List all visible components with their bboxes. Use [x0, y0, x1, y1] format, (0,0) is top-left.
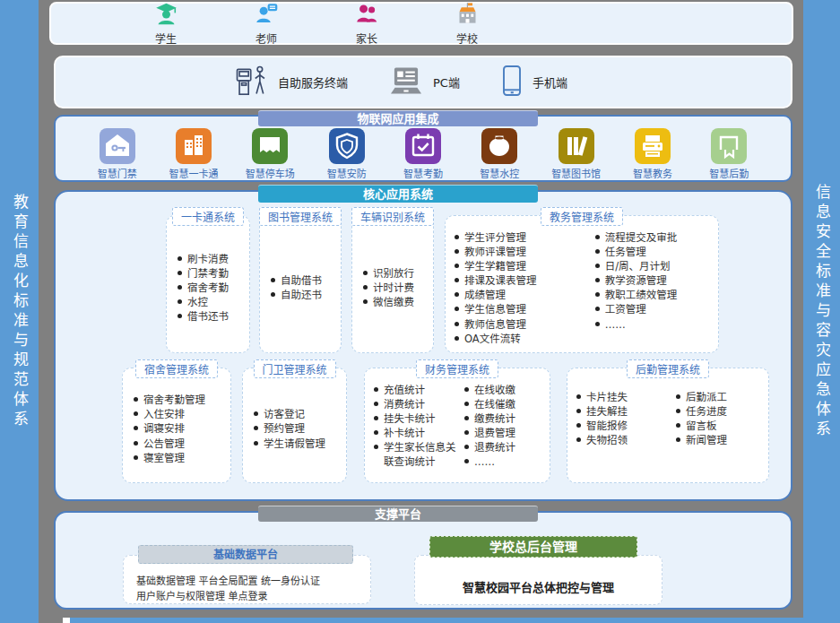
- bullet-dot: [595, 278, 600, 282]
- bullet-dot: [134, 426, 138, 430]
- list-item: 新闻管理: [676, 433, 765, 447]
- list-item-label: 入住安排: [143, 407, 185, 421]
- basic-data-platform-title: 基础数据平台: [138, 545, 353, 564]
- list-item: 学生学籍管理: [455, 259, 595, 273]
- teacher-icon: [255, 2, 279, 30]
- bullet-dot: [455, 336, 459, 341]
- list-item-label: 自助还书: [281, 288, 322, 302]
- student-icon: [154, 2, 178, 30]
- iot-item-label: 智慧图书馆: [551, 166, 601, 180]
- system-items-list: 访客登记预约管理学生请假管理: [243, 368, 346, 482]
- role-school: 学校: [438, 2, 496, 46]
- list-item: 宿舍考勤管理: [134, 393, 225, 407]
- list-item-label: 学生学籍管理: [464, 259, 526, 273]
- bullet-dot: [134, 455, 138, 460]
- list-item: OA文件流转: [455, 332, 595, 346]
- system-box-gatekeeper: 门卫管理系统 访客登记预约管理学生请假管理: [242, 368, 347, 483]
- list-item-label: 宿舍考勤: [187, 281, 229, 295]
- bullet-dot: [676, 394, 680, 399]
- bullet-dot: [464, 402, 469, 406]
- list-item: 学生信息管理: [455, 302, 595, 316]
- list-item: 教学资源管理: [595, 273, 714, 288]
- terminal-label: 自助服务终端: [278, 74, 348, 91]
- security-shield-icon: [329, 128, 365, 164]
- terminals-panel: 自助服务终端 PC端 手机端: [54, 56, 792, 108]
- terminal-mobile: 手机端: [500, 65, 567, 100]
- bullet-dot: [374, 430, 378, 435]
- list-item-label: 预约管理: [264, 421, 305, 436]
- list-item: 公告管理: [134, 437, 225, 451]
- list-item: 学生评分管理: [455, 230, 595, 245]
- system-items-list: 流程提交及审批任务管理日/周、月计划教学资源管理教职工绩效管理工资管理……: [595, 230, 714, 332]
- list-item-label: 挂失解挂: [586, 404, 628, 419]
- bullet-dot: [254, 441, 258, 446]
- iot-item-academic: 智慧教务: [619, 128, 686, 180]
- bullet-dot: [178, 314, 182, 318]
- bullet-dot: [464, 430, 469, 435]
- bullet-dot: [374, 416, 378, 420]
- iot-item-security: 智慧安防: [314, 128, 380, 180]
- list-item-label: 排课及课表管理: [464, 273, 537, 288]
- door-access-icon: [100, 128, 135, 164]
- bullet-dot: [134, 441, 138, 446]
- bullet-dot: [595, 292, 600, 297]
- list-item: 任务管理: [595, 245, 714, 259]
- iot-item-logistics: 智慧后勤: [696, 128, 762, 180]
- list-item-label: 微信缴费: [373, 295, 414, 309]
- role-label: 学生: [155, 30, 177, 46]
- list-item-label: 缴费统计: [474, 411, 515, 426]
- bullet-dot: [464, 459, 469, 463]
- bullet-dot: [134, 411, 138, 416]
- system-box-onecard: 一卡通系统 刷卡消费门禁考勤宿舍考勤水控借书还书: [166, 215, 250, 353]
- list-item: 微信缴费: [363, 295, 428, 309]
- list-item: 学生请假管理: [254, 437, 341, 451]
- bullet-dot: [455, 235, 459, 239]
- list-item: 挂失解挂: [576, 404, 676, 419]
- system-items-list: 后勤派工任务进度留言板新闻管理: [676, 390, 765, 447]
- bullet-dot: [576, 394, 581, 399]
- list-item: 识别放行: [363, 266, 428, 281]
- list-item-label: ……: [605, 317, 626, 332]
- role-label: 学校: [456, 30, 478, 46]
- academic-printer-icon: [635, 128, 671, 164]
- system-box-library: 图书管理系统 自助借书自助还书: [259, 215, 342, 353]
- bullet-dot: [576, 409, 581, 413]
- iot-item-label: 智慧一卡通: [169, 166, 218, 180]
- list-item: 留言板: [676, 419, 765, 433]
- right-standards-sidebar: 信息安全标准与容灾应急体系: [803, 0, 840, 623]
- bullet-dot: [178, 256, 182, 261]
- iot-item-label: 智慧停车场: [246, 166, 295, 180]
- system-items-list: 刷卡消费门禁考勤宿舍考勤水控借书还书: [167, 216, 249, 352]
- list-item: 后勤派工: [676, 390, 765, 404]
- two-column-lists: 卡片挂失挂失解挂智能报修失物招领 后勤派工任务进度留言板新闻管理: [567, 368, 768, 482]
- list-item: 在线收缴: [464, 383, 546, 397]
- two-column-lists: 充值统计消费统计挂失卡统计补卡统计学生家长信息关联查询统计 在线收缴在线催缴缴费…: [365, 368, 550, 482]
- core-systems-panel: 一卡通系统 刷卡消费门禁考勤宿舍考勤水控借书还书 图书管理系统 自助借书自助还书…: [54, 190, 792, 501]
- list-item-label: 寝室管理: [143, 451, 185, 465]
- bullet-dot: [595, 249, 600, 254]
- system-title: 一卡通系统: [172, 207, 244, 226]
- iot-item-label: 智慧教务: [633, 166, 672, 180]
- bullet-dot: [595, 235, 600, 239]
- list-item-label: 在线收缴: [474, 383, 515, 397]
- list-item-label: 新闻管理: [686, 433, 727, 447]
- list-item-label: 教师评课管理: [464, 245, 526, 259]
- list-item: 教师评课管理: [455, 245, 595, 259]
- bullet-dot: [254, 426, 258, 430]
- list-item: 宿舍考勤: [178, 281, 244, 295]
- list-item: 退费统计: [464, 440, 546, 454]
- list-item-label: 学生评分管理: [464, 230, 526, 245]
- bullet-dot: [455, 307, 459, 311]
- smart-campus-architecture-diagram: 教育信息化标准与规范体系 信息安全标准与容灾应急体系 学生 老师 家长 学校 自…: [0, 0, 840, 623]
- system-title: 后勤管理系统: [627, 359, 709, 378]
- list-item-label: ……: [474, 454, 495, 469]
- bullet-dot: [464, 445, 469, 449]
- attendance-calendar-icon: [405, 128, 441, 164]
- list-item-label: OA文件流转: [464, 332, 521, 346]
- bullet-dot: [676, 437, 680, 442]
- list-item-label: 工资管理: [605, 302, 646, 316]
- two-column-lists: 学生评分管理教师评课管理学生学籍管理排课及课表管理成绩管理学生信息管理教师信息管…: [446, 216, 718, 352]
- left-standards-sidebar: 教育信息化标准与规范体系: [0, 0, 39, 623]
- iot-item-library: 智慧图书馆: [543, 128, 610, 180]
- bullet-dot: [464, 416, 469, 420]
